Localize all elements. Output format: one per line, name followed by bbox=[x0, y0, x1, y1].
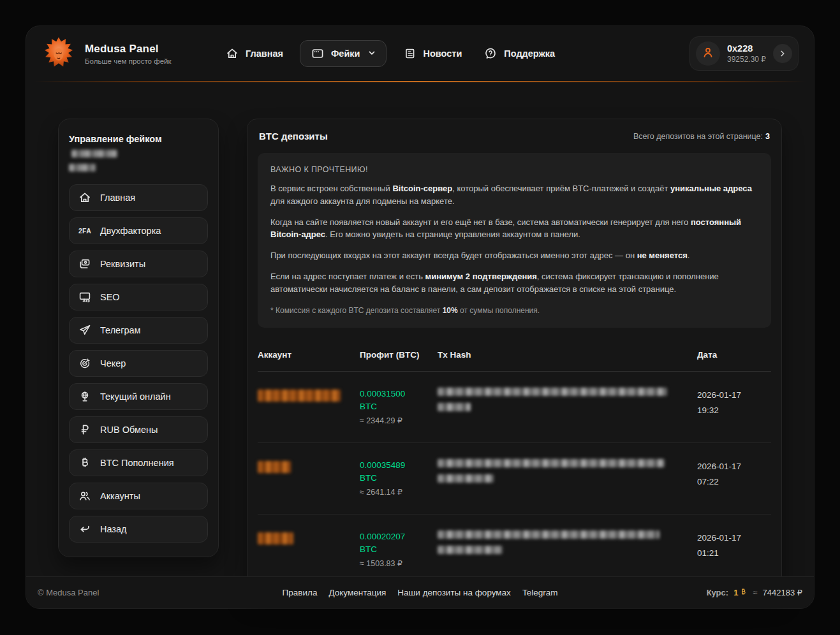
nav-item-home[interactable]: Главная bbox=[220, 41, 288, 66]
2fa-icon: 2FA bbox=[78, 227, 92, 235]
account-cell bbox=[258, 515, 360, 586]
footer-link-rules[interactable]: Правила bbox=[283, 588, 318, 597]
brand-subtitle: Больше чем просто фейк bbox=[85, 57, 172, 65]
window-icon bbox=[311, 47, 325, 60]
top-bar: Medusa Panel Больше чем просто фейк Глав… bbox=[26, 26, 814, 81]
sidebar-item-btc-deposits[interactable]: BTC Пополнения bbox=[69, 449, 208, 476]
rate-label: Курс: bbox=[707, 588, 729, 597]
redacted-tx-hash bbox=[438, 530, 659, 539]
sidebar-item-label: Двухфакторка bbox=[100, 226, 161, 236]
accounts-icon bbox=[78, 490, 92, 502]
rate-btc-amount: 1 bbox=[733, 588, 748, 598]
sidebar-item-telegram[interactable]: Телеграм bbox=[69, 317, 208, 344]
news-icon bbox=[403, 47, 417, 60]
brand-text: Medusa Panel Больше чем просто фейк bbox=[85, 43, 172, 65]
sidebar-item-seo[interactable]: SEO bbox=[69, 284, 208, 310]
sidebar-item-label: Текущий онлайн bbox=[100, 391, 171, 402]
sidebar-item-online[interactable]: Текущий онлайн bbox=[69, 383, 208, 410]
profit-btc-value: 0.00031500 BTC bbox=[360, 388, 418, 413]
home-icon bbox=[78, 191, 92, 204]
sidebar: Управление фейком Главная 2FA Двухфактор… bbox=[58, 119, 219, 557]
sidebar-item-label: SEO bbox=[100, 292, 120, 302]
txhash-cell bbox=[438, 443, 697, 515]
sidebar-item-label: Назад bbox=[100, 524, 127, 534]
footer-link-forum-deposits[interactable]: Наши депозиты на форумах bbox=[397, 588, 511, 597]
sidebar-item-label: Чекер bbox=[100, 358, 126, 369]
nav-label: Фейки bbox=[331, 48, 360, 59]
date-cell: 2026-01-17 01:21 bbox=[697, 515, 771, 586]
sidebar-menu: Главная 2FA Двухфакторка Реквизиты SEO Т… bbox=[69, 184, 208, 543]
column-header-date: Дата bbox=[697, 340, 771, 372]
profit-rub-value: ≈ 1503.83 ₽ bbox=[360, 558, 438, 568]
notice-paragraph: Если на адрес поступает платеж и есть ми… bbox=[270, 270, 758, 296]
btc-deposits-panel: BTC депозиты Всего депозитов на этой стр… bbox=[247, 119, 782, 594]
profit-rub-value: ≈ 2641.14 ₽ bbox=[360, 487, 438, 497]
sidebar-item-label: Аккаунты bbox=[100, 491, 140, 501]
sidebar-title: Управление фейком bbox=[69, 132, 208, 174]
column-header-txhash: Tx Hash bbox=[438, 340, 697, 372]
seo-monitor-icon bbox=[78, 291, 92, 303]
redacted-fake-name bbox=[71, 150, 117, 157]
redacted-tx-hash bbox=[438, 403, 471, 411]
btc-rate: Курс: 1 ≈ 7442183 ₽ bbox=[707, 588, 802, 598]
sidebar-item-back[interactable]: Назад bbox=[69, 516, 208, 543]
user-card[interactable]: 0x228 39252.30 ₽ bbox=[689, 36, 799, 71]
notice-paragraph: Когда на сайте появляется новый аккаунт … bbox=[270, 216, 758, 242]
rate-approx: ≈ bbox=[753, 588, 757, 597]
cards-icon bbox=[78, 258, 92, 270]
redacted-tx-hash bbox=[438, 459, 665, 467]
nav-item-fakes[interactable]: Фейки bbox=[300, 40, 387, 67]
sidebar-item-rub-exchanges[interactable]: RUB Обмены bbox=[69, 416, 208, 443]
deposit-time: 01:21 bbox=[697, 546, 771, 561]
redacted-account-name bbox=[258, 461, 291, 473]
sidebar-item-2fa[interactable]: 2FA Двухфакторка bbox=[69, 217, 208, 244]
brand-title: Medusa Panel bbox=[85, 43, 172, 55]
sidebar-item-requisites[interactable]: Реквизиты bbox=[69, 251, 208, 277]
date-cell: 2026-01-17 19:32 bbox=[697, 372, 771, 443]
deposit-date: 2026-01-17 bbox=[697, 459, 771, 474]
redacted-account-name bbox=[258, 532, 293, 544]
user-avatar bbox=[696, 41, 720, 66]
sidebar-item-label: Телеграм bbox=[100, 325, 141, 335]
account-cell bbox=[258, 372, 360, 443]
chevron-right-icon[interactable] bbox=[773, 44, 792, 63]
nav-item-support[interactable]: Поддержка bbox=[478, 41, 560, 66]
telegram-icon bbox=[78, 324, 92, 337]
deposits-total-label: Всего депозитов на этой странице: bbox=[633, 132, 763, 141]
sidebar-item-accounts[interactable]: Аккаунты bbox=[69, 483, 208, 509]
notice-paragraph: При последующих входах на этот аккаунт в… bbox=[270, 249, 758, 262]
home-icon bbox=[225, 47, 239, 60]
sidebar-item-label: Реквизиты bbox=[100, 259, 145, 269]
deposit-time: 19:32 bbox=[697, 403, 771, 418]
nav-item-news[interactable]: Новости bbox=[398, 41, 468, 66]
content-area: Управление фейком Главная 2FA Двухфактор… bbox=[26, 82, 814, 594]
nav-label: Новости bbox=[424, 48, 462, 59]
deposits-total: Всего депозитов на этой странице:3 bbox=[633, 132, 770, 141]
footer-link-telegram[interactable]: Telegram bbox=[522, 588, 558, 597]
user-id: 0x228 bbox=[727, 43, 766, 54]
chevron-down-icon bbox=[368, 48, 376, 59]
notice-paragraphs: В сервис встроен собственный Bitcoin-сер… bbox=[270, 182, 758, 295]
deposit-row: 0.00035489 BTC ≈ 2641.14 ₽ 2026-01-17 07… bbox=[258, 443, 771, 515]
redacted-tx-hash bbox=[438, 546, 503, 554]
help-icon bbox=[483, 47, 497, 60]
deposits-table: Аккаунт Профит (BTC) Tx Hash Дата 0.0003… bbox=[258, 340, 771, 586]
sidebar-item-label: BTC Пополнения bbox=[100, 458, 174, 468]
deposit-row: 0.00020207 BTC ≈ 1503.83 ₽ 2026-01-17 01… bbox=[258, 515, 771, 586]
sidebar-item-checker[interactable]: Чекер bbox=[69, 350, 208, 377]
notice-title: ВАЖНО К ПРОЧТЕНИЮ! bbox=[270, 165, 758, 174]
table-body: 0.00031500 BTC ≈ 2344.29 ₽ 2026-01-17 19… bbox=[258, 372, 771, 586]
copyright: © Medusa Panel bbox=[38, 588, 99, 597]
redacted-tx-hash bbox=[438, 474, 494, 483]
sidebar-item-label: RUB Обмены bbox=[100, 425, 158, 435]
profit-btc-value: 0.00020207 BTC bbox=[360, 530, 418, 556]
person-icon bbox=[701, 45, 715, 62]
footer: © Medusa Panel Правила Документация Наши… bbox=[26, 576, 814, 608]
panel-header: BTC депозиты Всего депозитов на этой стр… bbox=[258, 131, 771, 142]
txhash-cell bbox=[438, 372, 697, 443]
notice-paragraph: В сервис встроен собственный Bitcoin-сер… bbox=[270, 182, 758, 208]
page-title: BTC депозиты bbox=[259, 131, 328, 142]
account-cell bbox=[258, 443, 360, 515]
footer-link-docs[interactable]: Документация bbox=[328, 588, 386, 597]
sidebar-item-main[interactable]: Главная bbox=[69, 184, 208, 211]
